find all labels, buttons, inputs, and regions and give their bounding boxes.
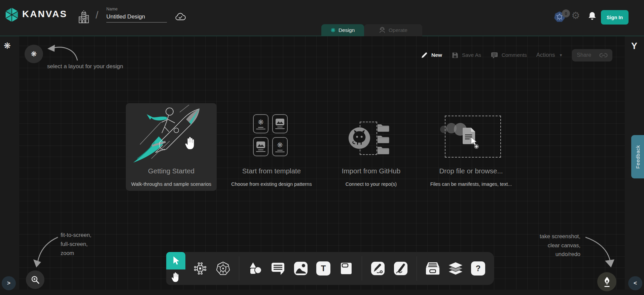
kanvas-app: KANVAS / Name: [0, 0, 644, 295]
design-name-input[interactable]: [106, 13, 167, 23]
shapes-tool[interactable]: [248, 261, 262, 276]
template-tile[interactable]: [272, 114, 288, 133]
note-tool[interactable]: [338, 261, 353, 276]
text-tool-icon: T: [321, 264, 326, 273]
kubernetes-version-indicator[interactable]: 0: [554, 11, 566, 23]
actions-hint-text: take screenshot, clear canvas, undo/redo: [520, 232, 580, 259]
hand-cursor-icon: [184, 136, 197, 151]
chevron-left-icon: <: [634, 280, 637, 287]
node-component-tool[interactable]: [193, 261, 208, 276]
chevron-right-icon: >: [7, 280, 10, 287]
share-link-icon: [599, 53, 608, 58]
dock-divider: [362, 256, 362, 281]
pen-nib-icon: [602, 276, 612, 288]
tab-design-label: Design: [338, 27, 355, 33]
share-label: Share: [577, 52, 591, 58]
caret-down-icon: ▼: [559, 53, 563, 57]
pencil-icon: [421, 51, 428, 59]
layout-flower-icon: ❋: [31, 50, 37, 58]
save-as-label: Save As: [462, 52, 481, 58]
archive-tool[interactable]: [425, 261, 440, 276]
notification-count-badge: 0: [562, 9, 570, 17]
feedback-tab[interactable]: Feedback: [631, 135, 644, 178]
save-as-button[interactable]: Save As: [452, 52, 481, 59]
dock-divider: [417, 256, 417, 281]
dock-icons: T: [185, 252, 494, 285]
feedback-label: Feedback: [635, 145, 641, 169]
magnifier-plus-icon: [31, 275, 40, 285]
operate-headset-icon: [379, 27, 386, 34]
pencil-scribble-icon: [394, 261, 408, 276]
pencil-tool[interactable]: [393, 261, 408, 276]
tab-design[interactable]: ❋ Design: [321, 24, 364, 36]
select-layout-button[interactable]: ❋: [25, 45, 43, 63]
cursor-arrow-icon: [172, 256, 180, 265]
template-tile[interactable]: [253, 137, 269, 156]
zoom-tools-button[interactable]: [26, 270, 44, 289]
settings-gear-icon[interactable]: ⚙: [571, 11, 580, 20]
template-tile[interactable]: ❋: [272, 137, 288, 156]
new-label: New: [431, 52, 442, 58]
text-tool[interactable]: T: [316, 261, 330, 276]
cloud-saved-icon: [175, 12, 186, 21]
zoom-hint-text: fit-to-screen, full-screen, zoom: [61, 230, 92, 258]
tab-operate-label: Operate: [389, 27, 407, 33]
spiral-icon: ❋: [277, 141, 283, 149]
template-previews: ❋ ❋: [253, 114, 288, 156]
left-sidebar-strip: [0, 36, 19, 295]
layout-hint-text: select a layout for your design: [47, 63, 123, 70]
bottom-strip: [0, 290, 644, 295]
image-icon: [276, 119, 284, 125]
template-tile[interactable]: ❋: [253, 114, 269, 133]
card-title[interactable]: Import from GitHub: [314, 167, 428, 175]
comment-tool[interactable]: [271, 261, 285, 276]
kanvas-logo-icon[interactable]: [4, 7, 20, 23]
pointer-tool-group: [166, 252, 185, 285]
hand-icon: [171, 271, 181, 283]
comments-icon: [491, 51, 498, 59]
notifications-bell-icon[interactable]: [588, 11, 597, 21]
layers-tool[interactable]: [448, 261, 463, 276]
comments-label: Comments: [502, 52, 527, 58]
card-title: Getting Started: [114, 167, 228, 175]
design-spiral-icon: ❋: [331, 27, 335, 34]
layers-stack-icon: [448, 261, 463, 276]
actions-dropdown[interactable]: Actions ▼: [536, 52, 563, 58]
draw-actions-button[interactable]: [597, 272, 616, 291]
select-cursor-tool[interactable]: [166, 252, 185, 269]
pen-tool[interactable]: [370, 261, 385, 276]
tab-operate[interactable]: Operate: [364, 24, 422, 36]
expand-left-panel-button[interactable]: >: [2, 276, 16, 290]
circuit-node-icon: [193, 261, 208, 276]
sign-in-button[interactable]: Sign In: [601, 10, 629, 25]
name-label: Name: [106, 7, 167, 11]
document-toolbar: New Save As Comments Actions ▼ Share: [421, 49, 612, 61]
share-button[interactable]: Share: [572, 49, 612, 61]
help-tool[interactable]: ?: [471, 261, 485, 276]
design-name-field: Name: [106, 7, 167, 23]
kubernetes-helm-icon: [216, 261, 230, 276]
drawer-archive-icon: [425, 261, 440, 276]
pan-hand-tool[interactable]: [166, 269, 185, 285]
card-title[interactable]: Drop file or browse...: [414, 167, 528, 175]
spiral-logo-icon[interactable]: ❋: [4, 41, 11, 51]
rocket-doodle: [130, 105, 213, 167]
image-icon: [256, 141, 265, 148]
breadcrumb-separator: /: [96, 9, 98, 21]
save-floppy-icon: [452, 52, 459, 59]
new-button[interactable]: New: [421, 51, 442, 59]
y-logo[interactable]: Y: [629, 41, 639, 51]
expand-right-panel-button[interactable]: <: [628, 276, 642, 290]
repo-folders-icon: [377, 122, 392, 155]
card-subtitle: Files can be manifests, images, text...: [410, 181, 532, 187]
comments-button[interactable]: Comments: [491, 51, 527, 59]
app-header: KANVAS / Name: [0, 0, 644, 36]
card-title[interactable]: Start from template: [214, 167, 329, 175]
image-tool[interactable]: [293, 261, 308, 276]
comment-block-icon: [271, 261, 285, 276]
github-octocat-icon[interactable]: [348, 127, 371, 150]
organization-building-icon[interactable]: [78, 10, 90, 24]
brand-name: KANVAS: [22, 9, 67, 19]
kubernetes-tool[interactable]: [216, 261, 230, 276]
actions-label: Actions: [536, 52, 555, 58]
